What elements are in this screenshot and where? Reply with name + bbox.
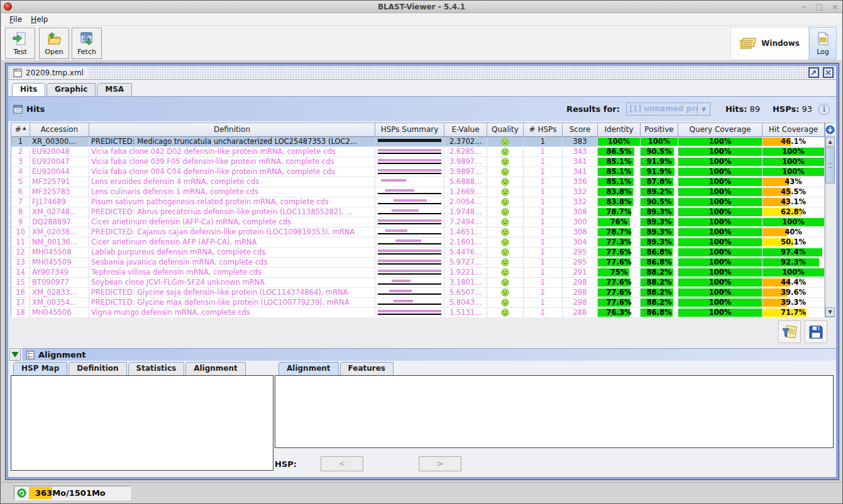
column-header-definition[interactable]: Definition (89, 123, 375, 136)
hsp-prev-button[interactable]: < (321, 456, 363, 471)
tab-features[interactable]: Features (340, 362, 394, 375)
column-header-hsps-summary[interactable]: HSPs Summary (375, 123, 444, 136)
cell-number: 18 (11, 308, 30, 318)
table-row[interactable]: 6MF325783Lens culinaris defensin 1 mRNA,… (11, 187, 825, 197)
status-bar: 363Mo/1501Mo (1, 482, 842, 503)
column-header-quality[interactable]: Quality (487, 123, 524, 136)
cell-query-coverage: 100% (678, 217, 763, 227)
cell-quality (487, 167, 524, 177)
cell-num-hsps: 1 (524, 278, 563, 288)
hsp-map-panel[interactable] (11, 375, 273, 471)
memory-monitor[interactable]: 363Mo/1501Mo (14, 486, 131, 500)
log-button[interactable]: Log (809, 27, 837, 60)
table-row[interactable]: 15BT090977Soybean clone JCVI-FLGm-5F24 u… (11, 278, 825, 288)
column-header-query-coverage[interactable]: Query Coverage (678, 123, 763, 136)
column-header--[interactable]: # ▲ (11, 123, 30, 136)
tab-alignment[interactable]: Alignment (278, 362, 339, 375)
cell-score: 304 (563, 238, 598, 248)
table-row[interactable]: 4EU920044Vicia faba clone 004 C04 defens… (11, 167, 825, 177)
table-row[interactable]: 17XM_00354...PREDICTED: Glycine max defe… (11, 298, 825, 308)
smiley-quality-icon (501, 178, 509, 186)
table-row[interactable]: 1XR_00300...PREDICTED: Medicago truncatu… (11, 137, 825, 147)
table-row[interactable]: 5MF325791Lens ervoides defensin 4 mRNA, … (11, 177, 825, 187)
column-header-hit-coverage[interactable]: Hit Coverage (763, 123, 825, 136)
tab-definition[interactable]: Definition (69, 362, 126, 375)
table-row[interactable]: 13MH045509Sesbania javanica defensin mRN… (11, 258, 825, 268)
menu-file[interactable]: File (5, 14, 26, 25)
cell-identity: 75% (598, 268, 641, 278)
column-header-e-value[interactable]: E-Value (444, 123, 487, 136)
toolbar: Test Open Fetch Windows Log (1, 26, 842, 61)
table-row[interactable]: 3EU920047Vicia faba clone 039 F05 defens… (11, 157, 825, 167)
cell-quality (487, 227, 524, 238)
table-row[interactable]: 16XM_02833...PREDICTED: Glycine soja def… (11, 288, 825, 298)
table-body: 1XR_00300...PREDICTED: Medicago truncatu… (11, 137, 825, 318)
cell-score: 298 (563, 288, 598, 298)
open-button[interactable]: Open (39, 28, 69, 59)
window-titlebar: BLAST-Viewer - 5.4.1 – □ × (1, 1, 842, 13)
table-row[interactable]: 14AY907349Tephrosia villosa defensin mRN… (11, 268, 825, 278)
close-button[interactable]: × (832, 1, 839, 13)
cell-hit-coverage: 43.1% (763, 197, 825, 207)
info-icon[interactable]: i (818, 104, 830, 115)
cell-hit-coverage: 92.3% (763, 258, 825, 268)
maximize-button[interactable]: □ (815, 1, 823, 13)
table-row[interactable]: 9DQ288897Cicer arietinum defensin (AFP-C… (11, 217, 825, 227)
table-row[interactable]: 2EU920048Vicia faba clone 042 D02 defens… (11, 147, 825, 157)
fetch-button[interactable]: Fetch (72, 28, 102, 59)
column-header-accession[interactable]: Accession (30, 123, 89, 136)
save-button[interactable] (805, 320, 827, 343)
minimize-button[interactable]: – (802, 1, 807, 13)
internal-frame-titlebar[interactable]: 20209.tmp.xml (8, 66, 836, 80)
table-row[interactable]: 8XM_02748...PREDICTED: Abrus precatorius… (11, 207, 825, 217)
table-row[interactable]: 11NM_00136...Cicer arietinum defensin AF… (11, 238, 825, 248)
scroll-down-button[interactable]: ▼ (825, 307, 835, 317)
column-header-identity[interactable]: Identity (598, 123, 641, 136)
menu-help[interactable]: Help (26, 14, 52, 25)
tab-alignment[interactable]: Alignment (185, 362, 246, 375)
table-row[interactable]: 10XM_02038...PREDICTED: Cajanus cajan de… (11, 227, 825, 238)
results-combobox[interactable]: [1] unnamed prot... ▼ (626, 102, 710, 116)
windows-button[interactable]: Windows (730, 27, 809, 60)
cell-evalue: 3.9897... (444, 157, 487, 167)
scrollbar-thumb[interactable] (825, 147, 835, 184)
alignment-content-panel[interactable] (275, 375, 834, 448)
column-header-score[interactable]: Score (563, 123, 598, 136)
tab-graphic[interactable]: Graphic (47, 83, 96, 96)
column-header-positive[interactable]: Positive (641, 123, 678, 136)
tab-statistics[interactable]: Statistics (128, 362, 185, 375)
cell-hit-coverage: 43% (763, 177, 825, 187)
table-corner-button[interactable] (825, 123, 835, 136)
tab-msa[interactable]: MSA (97, 83, 132, 96)
filter-button[interactable] (778, 320, 801, 343)
tab-hits[interactable]: Hits (12, 83, 45, 97)
hits-count: Hits:89 (725, 104, 760, 114)
frame-close-icon[interactable] (823, 67, 834, 78)
table-vertical-scrollbar[interactable]: ▲ ▼ (825, 123, 835, 317)
cell-quality (487, 278, 524, 288)
cell-positive: 86.8% (641, 308, 678, 318)
column-header--hsps[interactable]: # HSPs (524, 123, 563, 136)
windows-button-label: Windows (761, 39, 800, 48)
open-button-label: Open (45, 48, 63, 56)
fetch-globe-icon (79, 31, 94, 47)
table-row[interactable]: 12MH045508Lablab purpureus defensin mRNA… (11, 248, 825, 258)
test-button[interactable]: Test (5, 28, 35, 59)
cell-positive: 89.3% (641, 238, 678, 248)
hsp-next-button[interactable]: > (419, 456, 461, 471)
cell-number: 17 (11, 298, 30, 308)
scroll-up-button[interactable]: ▲ (825, 137, 835, 146)
frame-maximize-icon[interactable] (808, 67, 819, 78)
cell-definition: Cicer arietinum defensin AFP (AFP-CA), m… (89, 238, 375, 248)
cell-identity: 83.8% (598, 187, 641, 197)
cell-quality (487, 157, 524, 167)
alignment-panel-title: Alignment (38, 350, 85, 359)
test-button-label: Test (13, 48, 27, 56)
cell-definition: PREDICTED: Cajanus cajan defensin-like p… (89, 227, 375, 238)
table-row[interactable]: 18MH045506Vigna mungo defensin mRNA, com… (11, 308, 825, 318)
cell-evalue: 1.4651... (444, 227, 487, 238)
table-row[interactable]: 7FJ174689Pisum sativum pathogenesis-rela… (11, 197, 825, 207)
alignment-collapse-toggle[interactable] (9, 348, 21, 361)
cell-quality (487, 207, 524, 217)
tab-hsp-map[interactable]: HSP Map (13, 362, 67, 375)
